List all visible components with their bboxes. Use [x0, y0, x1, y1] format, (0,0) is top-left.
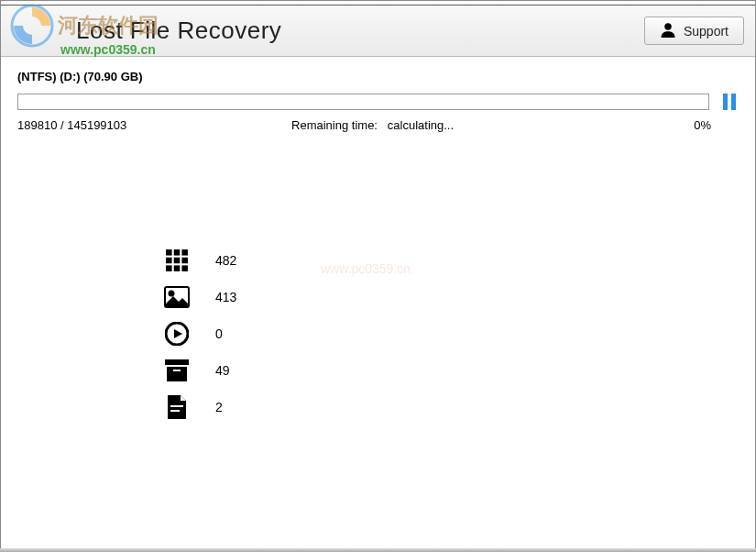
bottom-border — [0, 548, 756, 552]
support-button[interactable]: Support — [644, 17, 744, 45]
count-row-all: 482 — [164, 242, 739, 279]
scan-remaining: Remaining time: calculating... — [291, 118, 666, 132]
svg-rect-20 — [170, 410, 180, 412]
svg-rect-10 — [166, 265, 172, 271]
drive-label: (NTFS) (D:) (70.90 GB) — [17, 70, 739, 83]
grid-icon — [164, 248, 190, 273]
svg-rect-9 — [181, 258, 188, 264]
count-archive: 49 — [215, 363, 230, 378]
play-icon — [164, 321, 190, 347]
status-row: 189810 / 145199103 Remaining time: calcu… — [17, 118, 739, 132]
svg-rect-3 — [731, 94, 736, 110]
svg-rect-7 — [166, 258, 172, 264]
support-label: Support — [684, 24, 729, 39]
svg-point-14 — [170, 292, 174, 296]
svg-rect-4 — [166, 249, 172, 256]
svg-rect-17 — [167, 367, 187, 381]
svg-rect-18 — [173, 370, 181, 371]
svg-rect-16 — [165, 359, 189, 365]
file-counts: 482 413 0 — [164, 242, 739, 425]
app-title: Lost File Recovery — [76, 17, 281, 45]
svg-rect-12 — [181, 265, 188, 271]
svg-rect-8 — [174, 258, 181, 264]
remaining-label: Remaining time: — [291, 118, 378, 132]
count-row-archive: 49 — [164, 352, 739, 389]
archive-icon — [164, 358, 190, 383]
svg-rect-5 — [174, 249, 181, 256]
app-header: 河东软件园 www.pc0359.cn Lost File Recovery S… — [1, 6, 755, 57]
count-video: 0 — [215, 326, 223, 341]
count-document: 2 — [215, 400, 223, 414]
progress-bar — [17, 94, 709, 110]
remaining-value: calculating... — [388, 118, 454, 132]
svg-rect-6 — [181, 249, 188, 256]
svg-rect-19 — [170, 405, 183, 407]
document-icon — [164, 394, 190, 420]
image-icon — [164, 284, 190, 310]
main-content: (NTFS) (D:) (70.90 GB) 189810 / 14519910… — [1, 57, 755, 438]
scan-percent: 0% — [666, 118, 739, 132]
count-row-video: 0 — [164, 315, 739, 352]
scan-count: 189810 / 145199103 — [17, 118, 291, 132]
count-row-images: 413 — [164, 279, 739, 315]
svg-rect-11 — [174, 265, 181, 271]
user-icon — [660, 21, 676, 40]
svg-point-1 — [664, 23, 672, 30]
pause-button[interactable] — [720, 93, 739, 111]
progress-row — [17, 93, 739, 111]
svg-point-0 — [12, 6, 52, 46]
watermark-logo-icon — [10, 4, 54, 48]
svg-rect-2 — [723, 94, 728, 110]
count-images: 413 — [215, 290, 236, 304]
count-all: 482 — [215, 253, 236, 268]
count-row-document: 2 — [164, 389, 739, 425]
